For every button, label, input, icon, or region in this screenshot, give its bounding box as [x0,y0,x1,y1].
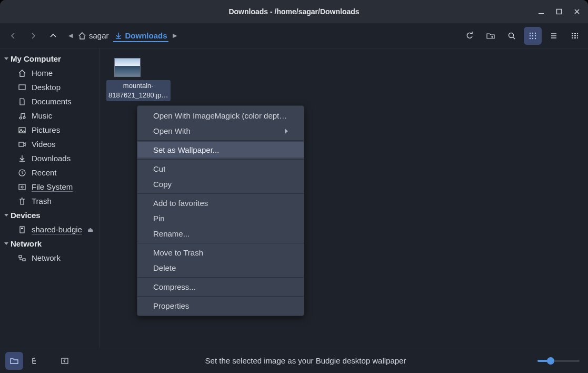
sidebar-item-trash[interactable]: Trash [0,194,99,208]
sidebar-item-shared-budgie[interactable]: shared-budgie ⏏ [0,222,99,237]
sidebar-item-label: Videos [32,140,95,149]
titlebar[interactable]: Downloads - /home/sagar/Downloads [0,0,588,23]
icon-view-button[interactable] [524,27,542,45]
toolbar-right [460,27,585,45]
up-button[interactable] [44,27,62,45]
svg-point-7 [532,35,533,36]
file-item[interactable]: mountain-8187621_1280.jp… [106,58,148,101]
file-name: mountain-8187621_1280.jp… [106,80,171,101]
sidebar-header-computer[interactable]: My Computer [0,52,99,66]
svg-point-3 [530,32,531,33]
document-icon [18,97,26,106]
window-title: Downloads - /home/sagar/Downloads [228,7,359,16]
network-icon [18,254,26,262]
chevron-down-icon [4,242,8,245]
ctx-compress[interactable]: Compress... [137,279,304,295]
sidebar-header-label: Network [11,239,42,248]
path-prev-caret[interactable]: ◀ [67,32,74,39]
svg-point-29 [21,186,23,188]
hide-sidebar-button[interactable] [56,352,74,370]
sidebar-item-label: Trash [32,197,95,205]
file-thumbnail [114,58,141,77]
maximize-button[interactable] [551,4,567,19]
svg-rect-1 [557,9,562,14]
ctx-properties[interactable]: Properties [137,298,304,313]
content-pane[interactable]: mountain-8187621_1280.jp… Open With Imag… [100,48,588,348]
minimize-button[interactable] [533,4,549,19]
sidebar-header-devices[interactable]: Devices [0,208,99,222]
svg-rect-31 [21,228,23,229]
breadcrumb-current[interactable]: Downloads [113,29,168,42]
svg-rect-13 [574,33,576,34]
ctx-delete[interactable]: Delete [137,260,304,276]
ctx-set-wallpaper[interactable]: Set as Wallpaper... [137,142,304,158]
zoom-slider[interactable] [537,360,580,362]
svg-rect-32 [19,256,22,258]
ctx-separator [137,296,304,297]
svg-rect-18 [572,37,573,38]
ctx-separator [137,193,304,194]
sidebar-header-network[interactable]: Network [0,237,99,251]
list-view-button[interactable] [545,27,563,45]
body: My Computer Home Desktop Documents Music… [0,48,588,348]
video-icon [18,140,26,149]
close-button[interactable] [569,4,585,19]
eject-icon[interactable]: ⏏ [87,226,93,233]
show-places-button[interactable] [5,352,23,370]
sidebar-item-recent[interactable]: Recent [0,165,99,180]
sidebar-item-documents[interactable]: Documents [0,94,99,109]
compact-view-button[interactable] [566,27,584,45]
music-icon [18,112,26,120]
svg-rect-0 [539,13,544,14]
sidebar-item-music[interactable]: Music [0,109,99,123]
titlebar-controls [533,0,585,23]
back-button[interactable] [4,27,22,45]
sidebar-item-pictures[interactable]: Pictures [0,123,99,137]
forward-button[interactable] [24,27,42,45]
trash-icon [18,197,26,205]
sidebar-item-downloads[interactable]: Downloads [0,151,99,165]
sidebar-item-label: File System [32,182,95,191]
search-button[interactable] [503,27,521,45]
svg-rect-28 [19,184,25,190]
show-tree-button[interactable] [26,352,44,370]
home-icon [78,32,86,40]
sidebar-item-network[interactable]: Network [0,251,99,265]
disk-icon [18,183,26,191]
svg-point-11 [535,37,536,38]
new-folder-button[interactable] [482,27,500,45]
svg-point-4 [532,32,533,33]
ctx-cut[interactable]: Cut [137,161,304,176]
sidebar-item-filesystem[interactable]: File System [0,180,99,194]
toolbar: ◀ sagar Downloads ▶ [0,23,588,48]
chevron-down-icon [4,57,8,60]
ctx-open-with-imagemagick[interactable]: Open With ImageMagick (color depth=… [137,108,304,123]
sidebar-item-label: Pictures [32,125,95,134]
breadcrumb-current-label: Downloads [125,31,167,40]
sidebar-item-home[interactable]: Home [0,66,99,80]
ctx-copy[interactable]: Copy [137,176,304,192]
ctx-move-trash[interactable]: Move to Trash [137,245,304,260]
svg-rect-16 [574,35,576,36]
svg-point-10 [532,37,533,38]
sidebar-item-desktop[interactable]: Desktop [0,80,99,94]
sidebar-item-label: Music [32,111,95,120]
breadcrumb-parent[interactable]: sagar [77,29,110,42]
ctx-rename[interactable]: Rename... [137,226,304,241]
ctx-add-favorites[interactable]: Add to favorites [137,195,304,211]
file-manager-window: Downloads - /home/sagar/Downloads ◀ [0,0,588,373]
svg-rect-33 [23,259,25,261]
refresh-button[interactable] [461,27,479,45]
svg-point-22 [19,117,22,119]
ctx-open-with[interactable]: Open With [137,123,304,139]
sidebar-item-videos[interactable]: Videos [0,137,99,151]
sidebar-item-label: Home [32,68,95,77]
svg-rect-20 [577,37,578,38]
download-icon [114,32,123,40]
svg-point-9 [530,37,531,38]
ctx-separator [137,140,304,141]
svg-rect-19 [574,37,576,38]
path-next-caret[interactable]: ▶ [172,32,178,39]
ctx-separator [137,159,304,160]
ctx-pin[interactable]: Pin [137,211,304,226]
